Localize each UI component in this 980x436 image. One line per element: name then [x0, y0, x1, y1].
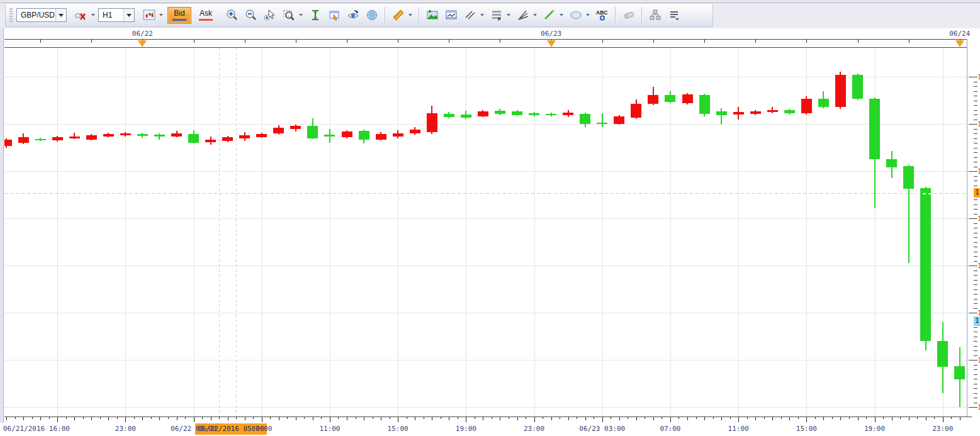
time-ruler-tick [892, 417, 893, 420]
chart-plot-area[interactable] [4, 48, 967, 416]
unlink-dropdown-arrow[interactable] [91, 14, 95, 16]
chart-type-dropdown-arrow[interactable] [159, 14, 163, 16]
candle [307, 126, 318, 138]
chart-type-icon[interactable] [141, 7, 157, 23]
zoom-area-dropdown-arrow[interactable] [299, 14, 303, 16]
zoom-cursor-icon[interactable] [262, 7, 278, 23]
toolbar-drag-grip[interactable] [9, 8, 13, 22]
timeframe-select[interactable]: H1 [98, 8, 135, 22]
price-axis-tick [974, 105, 977, 106]
fibonacci-levels-icon[interactable]: F [488, 7, 505, 23]
time-ruler-tick [721, 417, 722, 420]
symbol-dropdown-button[interactable] [55, 9, 66, 21]
candle [886, 159, 897, 167]
time-ruler-tick [321, 417, 322, 419]
candle [359, 131, 369, 140]
ellipse-dropdown-arrow[interactable] [586, 14, 590, 16]
time-ruler-tick [815, 417, 816, 419]
time-ruler-tick [747, 417, 748, 419]
price-axis-tick [974, 280, 977, 281]
text-tool-glyph: ABC [596, 9, 607, 16]
price-axis-tick [974, 143, 977, 143]
time-axis-label: 11:00 [728, 425, 749, 433]
time-ruler-tick [134, 417, 135, 419]
v-gridline [262, 48, 262, 416]
time-ruler-tick [628, 417, 628, 419]
time-ruler-tick [74, 417, 75, 420]
price-axis-label: 1 [977, 73, 980, 81]
eraser-icon[interactable] [621, 7, 637, 23]
price-axis-label: 1 [977, 262, 980, 270]
time-axis-label: 23:00 [524, 425, 544, 433]
price-axis-tick [974, 110, 977, 111]
parallel-lines-dropdown-arrow[interactable] [480, 14, 484, 16]
text-tool-icon[interactable]: ABC [594, 7, 611, 23]
price-axis-tick [974, 284, 977, 285]
price-axis-tick [974, 393, 977, 394]
date-ruler-tick [858, 40, 859, 43]
toolbar-menu-icon[interactable] [666, 7, 682, 23]
candle [120, 133, 131, 135]
time-ruler-tick [6, 417, 7, 420]
indicator-window-icon[interactable] [443, 7, 459, 23]
add-image-icon[interactable] [424, 7, 441, 23]
globe-icon[interactable] [364, 7, 380, 23]
time-ruler-tick [211, 417, 211, 420]
candle [205, 140, 216, 142]
vertical-scale-icon[interactable] [307, 7, 324, 23]
time-axis-label: 15:00 [388, 425, 408, 433]
timeframe-dropdown-button[interactable] [123, 9, 134, 21]
top-date-ruler[interactable] [4, 39, 972, 48]
price-axis-tick [974, 303, 977, 304]
price-axis-tick [974, 374, 977, 375]
price-axis-tick [974, 289, 977, 290]
price-axis-tick [974, 233, 977, 233]
candle [273, 128, 284, 133]
time-ruler-tick [219, 417, 220, 419]
time-axis-label: 07:00 [660, 425, 680, 433]
show-hide-icon[interactable] [345, 7, 361, 23]
price-axis-tick [974, 379, 977, 379]
date-ruler-tick [755, 40, 756, 43]
time-axis-ruler[interactable] [4, 416, 972, 423]
time-ruler-tick [492, 417, 492, 419]
time-ruler-tick [943, 417, 943, 422]
date-ruler-tick [398, 40, 398, 43]
time-ruler-tick [858, 417, 859, 420]
day-marker-label: 06/24 [949, 30, 970, 38]
unlink-icon[interactable] [73, 7, 89, 23]
ruler-dropdown-arrow[interactable] [408, 14, 412, 16]
detach-window-icon[interactable] [326, 7, 342, 23]
price-axis[interactable]: 1111111111 [967, 39, 980, 423]
candle [35, 139, 46, 140]
trend-line-icon[interactable] [541, 7, 558, 23]
date-ruler-tick [602, 40, 603, 43]
time-axis-label: 06/23 03:00 [579, 425, 625, 433]
time-ruler-tick [466, 417, 466, 422]
candle [410, 130, 420, 133]
time-ruler-tick [57, 417, 58, 422]
parallel-lines-icon[interactable] [462, 7, 478, 23]
candle [154, 135, 165, 137]
zoom-out-icon[interactable] [243, 7, 259, 23]
fan-lines-dropdown-arrow[interactable] [533, 14, 537, 16]
candle [818, 99, 829, 107]
price-axis-tick [974, 223, 977, 224]
object-tree-icon[interactable] [647, 7, 663, 23]
trend-line-dropdown-arrow[interactable] [560, 14, 563, 16]
symbol-select[interactable]: GBP/USD [16, 8, 67, 22]
candle [188, 134, 199, 143]
zoom-in-icon[interactable] [224, 7, 240, 23]
time-ruler-tick [730, 417, 731, 419]
fan-lines-icon[interactable] [515, 7, 531, 23]
time-ruler-tick [151, 417, 152, 419]
time-ruler-tick [517, 417, 518, 420]
measure-ruler-icon[interactable] [390, 7, 407, 23]
zoom-area-icon[interactable] [281, 7, 297, 23]
ask-button[interactable]: Ask [194, 7, 218, 24]
chart-left-border [0, 28, 4, 436]
ellipse-tool-icon[interactable] [568, 7, 584, 23]
timeframe-value: H1 [103, 11, 123, 20]
fibonacci-dropdown-arrow[interactable] [507, 14, 510, 16]
bid-button[interactable]: Bid [167, 7, 191, 24]
